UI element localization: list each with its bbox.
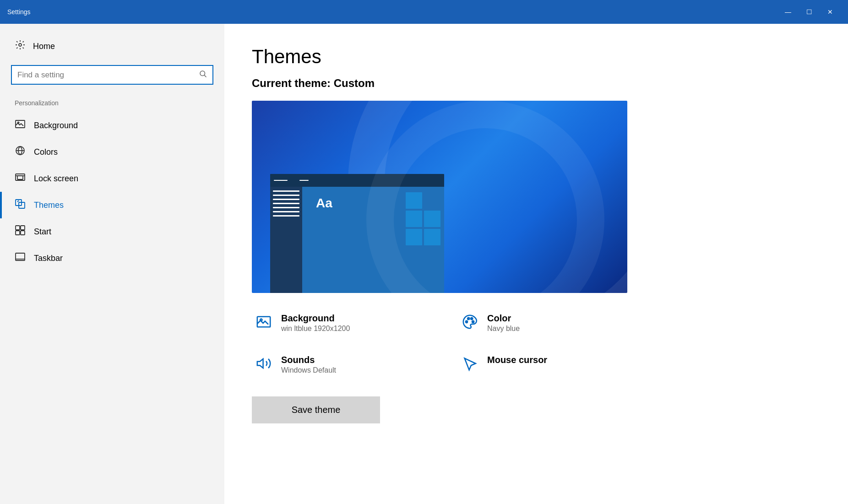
- svg-point-18: [260, 319, 262, 321]
- content-area: Themes Current theme: Custom: [224, 24, 848, 504]
- app-body: Home Personalization Backg: [0, 24, 848, 504]
- start-line-4: [273, 203, 299, 204]
- theme-color-subtitle: Navy blue: [487, 325, 520, 333]
- theme-background-text: Background win ltblue 1920x1200: [281, 313, 350, 333]
- start-icon: [15, 225, 26, 238]
- theme-background-subtitle: win ltblue 1920x1200: [281, 325, 350, 333]
- svg-point-22: [472, 321, 474, 323]
- theme-cursor-text: Mouse cursor: [487, 355, 547, 366]
- start-line-3: [273, 199, 299, 200]
- home-label: Home: [33, 42, 55, 51]
- theme-sounds-text: Sounds Windows Default: [281, 355, 336, 374]
- start-line-2: [273, 195, 299, 196]
- svg-rect-14: [21, 231, 25, 235]
- mini-tile-1: [406, 211, 422, 227]
- sidebar-item-home[interactable]: Home: [0, 33, 224, 60]
- svg-rect-7: [17, 176, 23, 179]
- home-icon: [15, 39, 26, 53]
- theme-background-icon: [255, 314, 272, 333]
- sidebar: Home Personalization Backg: [0, 24, 224, 504]
- svg-point-1: [200, 71, 205, 76]
- taskbar-icon: [15, 251, 26, 265]
- start-line-7: [273, 215, 299, 217]
- svg-marker-23: [257, 359, 263, 368]
- svg-point-21: [471, 318, 473, 320]
- search-box[interactable]: [11, 65, 213, 85]
- window-controls: — ☐ ✕: [777, 5, 841, 19]
- background-icon: [15, 119, 26, 132]
- mini-tile-2: [424, 211, 440, 227]
- taskbar-line-1: [274, 180, 288, 181]
- mini-tile-3: [406, 229, 422, 245]
- sidebar-taskbar-label: Taskbar: [34, 254, 63, 263]
- start-line-6: [273, 211, 299, 212]
- page-title: Themes: [252, 46, 821, 68]
- maximize-button[interactable]: ☐: [799, 5, 820, 19]
- mini-tiles: [406, 192, 440, 245]
- sidebar-item-start[interactable]: Start: [0, 218, 224, 245]
- svg-line-2: [204, 75, 206, 77]
- sidebar-colors-label: Colors: [34, 147, 58, 157]
- theme-cursor-icon: [462, 356, 478, 374]
- close-button[interactable]: ✕: [820, 5, 841, 19]
- sidebar-item-background[interactable]: Background: [0, 112, 224, 139]
- svg-point-20: [467, 318, 469, 320]
- taskbar-line-2: [299, 180, 309, 181]
- svg-rect-13: [16, 231, 20, 235]
- theme-sounds-title: Sounds: [281, 355, 336, 365]
- search-input[interactable]: [17, 70, 199, 80]
- start-line-1: [273, 190, 299, 192]
- app-title: Settings: [7, 8, 777, 16]
- svg-point-4: [18, 122, 19, 124]
- theme-color-title: Color: [487, 313, 520, 324]
- mini-tile-4: [424, 229, 440, 245]
- mini-window: Aa: [302, 187, 444, 293]
- start-line-5: [273, 207, 299, 208]
- mini-taskbar: [270, 174, 444, 187]
- mini-desktop: Aa: [270, 174, 444, 293]
- minimize-button[interactable]: —: [777, 5, 799, 19]
- svg-point-19: [466, 321, 467, 323]
- theme-info-grid: Background win ltblue 1920x1200 Col: [252, 309, 627, 378]
- theme-info-background[interactable]: Background win ltblue 1920x1200: [252, 309, 421, 336]
- theme-info-color[interactable]: Color Navy blue: [458, 309, 627, 336]
- sidebar-lockscreen-label: Lock screen: [34, 174, 78, 184]
- sidebar-item-themes[interactable]: Themes: [0, 192, 224, 218]
- theme-info-mouse-cursor[interactable]: Mouse cursor: [458, 351, 627, 378]
- theme-sounds-subtitle: Windows Default: [281, 366, 336, 374]
- search-icon: [199, 70, 207, 80]
- colors-icon: [15, 145, 26, 159]
- theme-cursor-title: Mouse cursor: [487, 355, 547, 365]
- sidebar-item-colors[interactable]: Colors: [0, 139, 224, 165]
- sidebar-background-label: Background: [34, 121, 78, 130]
- themes-icon: [15, 198, 26, 212]
- titlebar: Settings — ☐ ✕: [0, 0, 848, 24]
- theme-preview: Aa: [252, 101, 627, 293]
- mini-aa-text: Aa: [316, 196, 332, 211]
- lockscreen-icon: [15, 172, 26, 185]
- svg-rect-11: [16, 226, 20, 230]
- theme-sounds-icon: [255, 356, 272, 374]
- mini-tile-wide: [406, 192, 422, 209]
- sidebar-section-label: Personalization: [0, 96, 224, 112]
- sidebar-item-lockscreen[interactable]: Lock screen: [0, 165, 224, 192]
- sidebar-item-taskbar[interactable]: Taskbar: [0, 245, 224, 271]
- theme-color-text: Color Navy blue: [487, 313, 520, 333]
- theme-background-title: Background: [281, 313, 350, 324]
- sidebar-start-label: Start: [34, 227, 51, 237]
- theme-color-icon: [462, 314, 478, 333]
- current-theme-label: Current theme: Custom: [252, 77, 821, 90]
- mini-startmenu: [270, 187, 302, 293]
- sidebar-themes-label: Themes: [34, 201, 64, 210]
- theme-info-sounds[interactable]: Sounds Windows Default: [252, 351, 421, 378]
- svg-point-0: [19, 43, 22, 46]
- svg-rect-12: [21, 226, 25, 230]
- save-theme-button[interactable]: Save theme: [252, 396, 380, 423]
